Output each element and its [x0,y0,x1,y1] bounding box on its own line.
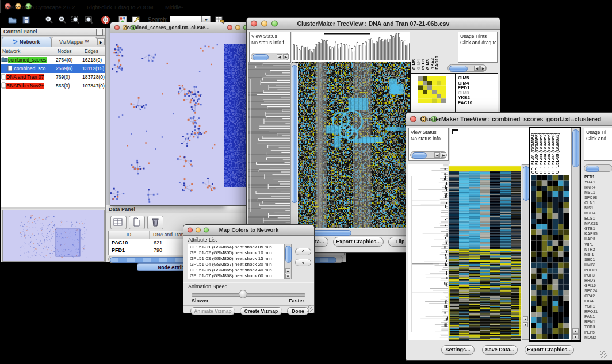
scroll-left-arrow[interactable]: ◀ [474,66,480,71]
network-view-2-canvas[interactable] [223,33,248,205]
gene-label[interactable]: ELG1 [584,216,612,221]
resize-grip[interactable] [307,305,313,312]
gene-label[interactable]: NTR2 [584,247,612,252]
scroll-right-arrow[interactable]: ▶ [441,152,446,158]
scroll-thumb[interactable] [285,246,292,263]
gene-label[interactable]: NIS1 [584,205,612,210]
gene-label[interactable]: HMG1 [584,262,612,267]
open-folder-icon[interactable] [7,15,17,25]
network-overview[interactable] [2,210,105,262]
network-row[interactable]: DNA and Tran 07 769(0) 183728(0) [1,73,105,82]
save-data-button[interactable]: Save Data... [482,345,518,355]
column-label[interactable]: GIM4 [416,59,420,70]
attribute-item[interactable]: GPL51-01 (GSM854) heat shock 05 min [188,244,284,250]
attribute-item[interactable]: GPL51-04 (GSM857) heat shock 20 min [188,262,284,267]
speed-slider-thumb[interactable] [239,290,247,298]
scroll-thumb[interactable] [412,152,427,159]
column-label[interactable]: PAC10 [435,56,439,70]
new-doc-icon[interactable] [129,216,145,229]
scroll-right-arrow[interactable]: ▶ [480,66,486,71]
gene-label[interactable]: MAK31 [584,221,612,226]
scroll-thumb[interactable] [523,166,529,201]
zoom-heatmap-canvas[interactable] [418,76,446,103]
gene-label[interactable]: BUD4 [584,210,612,216]
view-status-hscrollbar[interactable]: ◀ ▶ [251,53,289,60]
gene-label[interactable]: RPN1 [584,319,612,324]
tab-overflow-arrow[interactable]: ▶ [97,38,105,45]
scroll-right-arrow[interactable]: ▶ [283,54,289,59]
gene-label[interactable]: PHO81 [584,267,612,273]
zoom-selected-icon[interactable] [71,15,81,25]
save-icon[interactable] [21,15,31,25]
speed-slider-track[interactable] [192,293,305,297]
global-vscrollbar[interactable] [290,62,297,228]
attribute-item[interactable]: GPL51-02 (GSM855) heat shock 10 min [188,250,284,256]
treeview-combined-titlebar[interactable]: ClusterMaker TreeView : combined_scores_… [406,113,612,126]
gene-label[interactable]: HAP3 [584,236,612,242]
column-label[interactable]: GPL51-08 (GSM872) [555,133,559,174]
gene-label[interactable]: PFD1 [584,174,612,179]
global-vscrollbar[interactable]: ▲ ▼ [522,164,529,340]
scroll-thumb[interactable] [586,166,599,172]
column-label[interactable]: YKE2 [430,58,434,70]
gene-label[interactable]: VIP1 [584,242,612,247]
zoom-in-icon[interactable] [58,15,67,25]
column-dendrogram[interactable] [292,32,410,63]
gene-label[interactable]: RPO21 [584,309,612,314]
grid-icon[interactable] [110,216,127,229]
global-hscrollbar[interactable] [298,229,410,236]
zoom-out-icon[interactable] [44,15,54,25]
gene-label[interactable]: HRD3 [584,278,612,283]
scroll-down-arrow[interactable]: ▼ [572,334,579,339]
gene-label[interactable]: TCB3 [584,324,612,329]
view-status-hscrollbar[interactable]: ◀ ▶ [410,151,447,159]
scroll-thumb[interactable] [572,129,579,167]
scroll-thumb[interactable] [253,54,269,60]
gene-label[interactable]: RNR4 [584,185,612,190]
global-heatmap-canvas[interactable] [298,62,411,228]
row-label[interactable]: PAC10 [458,101,492,106]
network-row[interactable]: RNAPuberNov2+ 563(0) 107847(0) [1,82,105,90]
gene-label[interactable]: YRA1 [584,179,612,185]
scroll-up-arrow[interactable]: ▲ [523,316,528,321]
export-graphics-button[interactable]: Export Graphics... [333,237,384,247]
gene-label[interactable]: PAN1 [584,314,612,319]
column-label[interactable]: PFD1 [421,59,425,70]
gene-label[interactable]: PUF3 [584,273,612,278]
move-up-button[interactable]: ^ [295,248,311,255]
network-overview-canvas[interactable] [3,210,104,261]
gene-label[interactable]: CLN1 [584,200,612,205]
trash-icon[interactable] [147,216,163,229]
network-row[interactable]: combined_scores 2764(0) 16218(0) [1,56,105,64]
export-graphics-button[interactable]: Export Graphics... [525,345,574,355]
treeview-dna-titlebar[interactable]: ClusterMaker TreeView : DNA and Tran 07-… [247,18,500,30]
attribute-item[interactable]: GPL51-03 (GSM856) heat shock 15 min [188,256,284,262]
column-label[interactable]: GIM5 [412,59,416,70]
gene-label[interactable]: GPI16 [584,283,612,288]
gene-label[interactable]: YSH1 [584,304,612,309]
gene-label[interactable]: GTB1 [584,226,612,231]
dialog-titlebar[interactable]: Map Colors to Network [183,225,314,236]
create-vizmap-button[interactable]: Create Vizmap [240,307,282,315]
tab-vizmapper[interactable]: VizMapper™ [51,37,97,48]
scroll-up-arrow[interactable]: ▲ [572,328,579,334]
gene-label[interactable]: SEC1 [584,257,612,262]
global-heatmap-canvas[interactable] [449,164,521,341]
column-dendrogram[interactable] [450,128,531,164]
zoom-fit-icon[interactable] [84,15,94,25]
close-button[interactable] [227,25,232,30]
scroll-left-arrow[interactable]: ◀ [434,152,440,158]
move-down-button[interactable]: v [295,259,311,266]
zoompane-hscrollbar[interactable]: ◀ ▶ [447,64,487,72]
gene-label[interactable]: MSI1 [584,252,612,257]
gene-label[interactable]: KAP95 [584,231,612,236]
tab-network[interactable]: Network [2,37,51,48]
minimize-button[interactable] [235,25,240,30]
gene-label[interactable]: MON2 [584,335,612,340]
zoom-heatmap-canvas[interactable] [531,175,569,339]
attribute-list-vscrollbar[interactable]: ▲ ▼ [284,244,292,279]
scroll-thumb[interactable] [292,65,297,203]
scroll-thumb[interactable] [449,66,468,72]
attribute-item[interactable]: GPL51-07 (GSM868) heat shock 60 min [188,273,284,279]
animate-vizmap-button[interactable]: Animate Vizmap [190,307,235,315]
